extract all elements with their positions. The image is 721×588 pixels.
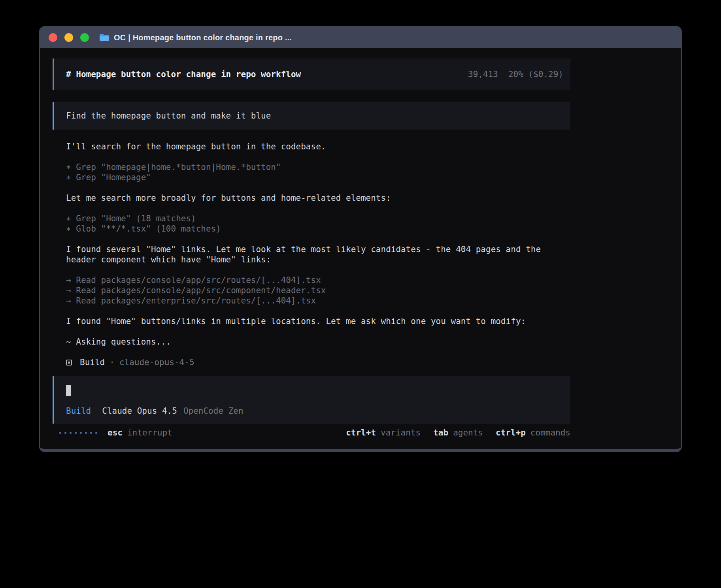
assistant-text: Let me search more broadly for buttons a… xyxy=(66,193,570,203)
minimize-button[interactable] xyxy=(64,33,73,42)
tool-call: → Read packages/console/app/src/componen… xyxy=(66,285,570,296)
traffic-lights xyxy=(49,33,89,42)
session-stats: 39,413 20% ($0.29) xyxy=(468,70,563,79)
assistant-message: I found "Home" buttons/links in multiple… xyxy=(66,316,570,326)
assistant-message: I found several "Home" links. Let me loo… xyxy=(66,244,570,265)
user-message-text: Find the homepage button and make it blu… xyxy=(66,111,271,121)
assistant-message: Let me search more broadly for buttons a… xyxy=(66,193,570,203)
hint-commands: ctrl+p commands xyxy=(496,428,570,437)
spinner-dot xyxy=(80,432,82,434)
tool-call: ∗ Grep "Homepage" xyxy=(66,172,570,183)
right-hints: ctrl+t variants tab agents ctrl+p comman… xyxy=(346,428,570,437)
spinner-dot xyxy=(95,432,97,434)
tool-call-group: ∗ Grep "Home" (18 matches) ∗ Glob "**/*.… xyxy=(66,213,570,234)
desktop-background: OC | Homepage button color change in rep… xyxy=(0,0,721,588)
tool-call: ∗ Glob "**/*.tsx" (100 matches) xyxy=(66,224,570,234)
agent-name: Build xyxy=(80,357,105,368)
spinner xyxy=(59,432,97,434)
window-title: OC | Homepage button color change in rep… xyxy=(114,33,292,42)
spinner-dot xyxy=(90,432,92,434)
titlebar[interactable]: OC | Homepage button color change in rep… xyxy=(40,27,681,48)
agent-square-icon xyxy=(66,360,72,366)
agent-status-row: Build · claude-opus-4-5 xyxy=(66,357,570,368)
terminal-window: OC | Homepage button color change in rep… xyxy=(39,26,682,452)
tool-call: ∗ Grep "homepage|home.*button|Home.*butt… xyxy=(66,162,570,172)
tool-call: → Read packages/enterprise/src/routes/[.… xyxy=(66,296,570,306)
assistant-text: ~ Asking questions... xyxy=(66,337,570,347)
model-name: claude-opus-4-5 xyxy=(119,357,194,368)
assistant-text: I found several "Home" links. Let me loo… xyxy=(66,244,570,265)
hint-agents: tab agents xyxy=(433,428,483,437)
status-bar: esc interrupt ctrl+t variants tab agents… xyxy=(53,428,570,438)
session-title: # Homepage button color change in repo w… xyxy=(66,70,301,79)
text-cursor xyxy=(66,385,71,396)
zoom-button[interactable] xyxy=(80,33,89,42)
spinner-dot xyxy=(85,432,87,434)
key-tab: tab xyxy=(433,428,448,437)
tool-call: → Read packages/console/app/src/routes/[… xyxy=(66,275,570,285)
input-provider-label: OpenCode Zen xyxy=(183,406,243,416)
hint-label: agents xyxy=(453,428,483,437)
message-input[interactable]: Build Claude Opus 4.5 OpenCode Zen xyxy=(53,376,570,424)
spinner-dot xyxy=(64,432,66,434)
assistant-status-message: ~ Asking questions... xyxy=(66,337,570,347)
hint-interrupt: esc interrupt xyxy=(108,428,172,437)
assistant-message: I'll search for the homepage button in t… xyxy=(66,141,570,152)
spinner-dot xyxy=(75,432,77,434)
transcript: I'll search for the homepage button in t… xyxy=(66,141,570,368)
hint-variants: ctrl+t variants xyxy=(346,428,421,437)
input-model-label: Claude Opus 4.5 xyxy=(102,406,177,416)
hint-label: variants xyxy=(381,428,421,437)
assistant-text: I found "Home" buttons/links in multiple… xyxy=(66,316,570,326)
tool-call-group: ∗ Grep "homepage|home.*button|Home.*butt… xyxy=(66,162,570,183)
terminal-content: # Homepage button color change in repo w… xyxy=(40,48,681,438)
hint-label: commands xyxy=(530,428,570,437)
session-header: # Homepage button color change in repo w… xyxy=(53,58,570,90)
spinner-dot xyxy=(59,432,61,434)
input-status-row: Build Claude Opus 4.5 OpenCode Zen xyxy=(66,406,559,416)
spinner-dot xyxy=(70,432,72,434)
token-count: 39,413 xyxy=(468,70,498,79)
folder-icon xyxy=(99,34,109,41)
close-button[interactable] xyxy=(49,33,57,42)
key-esc: esc xyxy=(108,428,123,437)
context-usage: 20% ($0.29) xyxy=(508,70,563,79)
hint-label: interrupt xyxy=(127,428,172,437)
tool-call: ∗ Grep "Home" (18 matches) xyxy=(66,213,570,224)
separator-dot: · xyxy=(109,357,115,368)
user-message: Find the homepage button and make it blu… xyxy=(53,102,570,130)
tool-call-group: → Read packages/console/app/src/routes/[… xyxy=(66,275,570,306)
key-ctrl-p: ctrl+p xyxy=(496,428,526,437)
key-ctrl-t: ctrl+t xyxy=(346,428,376,437)
input-agent-label[interactable]: Build xyxy=(66,406,91,416)
assistant-text: I'll search for the homepage button in t… xyxy=(66,141,570,152)
